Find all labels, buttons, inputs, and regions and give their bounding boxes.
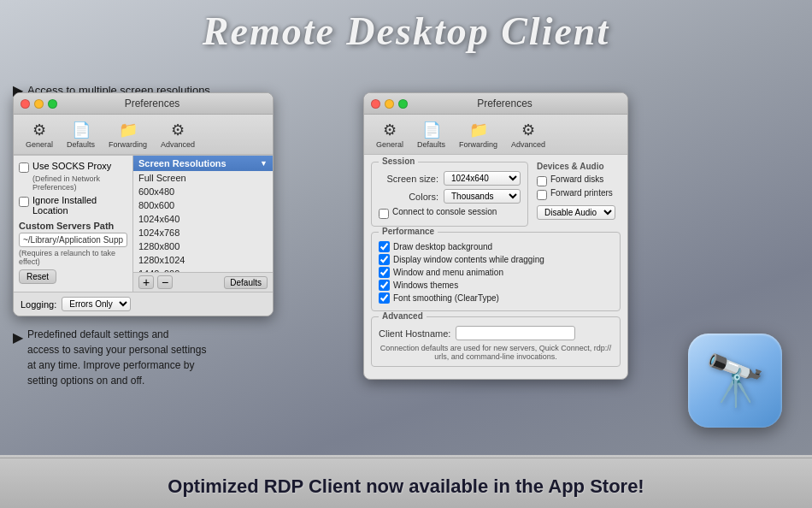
logging-row: Logging: Errors Only	[14, 292, 273, 316]
session-devices-row: Session Screen size: 1024x640 Colors: Th…	[371, 162, 621, 232]
resolution-list: Full Screen 600x480 800x600 1024x640 102…	[133, 171, 273, 272]
session-box: Session Screen size: 1024x640 Colors: Th…	[371, 162, 528, 227]
res-1024x640[interactable]: 1024x640	[133, 212, 273, 226]
hostname-label: Client Hostname:	[379, 328, 450, 339]
forward-disks-checkbox[interactable]	[537, 176, 547, 186]
advanced-icon: ⚙	[168, 120, 188, 140]
perf-cb-3[interactable]	[379, 280, 390, 291]
forward-disks-label: Forward disks	[550, 174, 603, 184]
left-window: Preferences ⚙ General 📄 Defaults 📁 Forwa…	[13, 92, 274, 316]
right-toolbar-general[interactable]: ⚙ General	[371, 118, 409, 151]
res-fullscreen[interactable]: Full Screen	[133, 171, 273, 185]
forward-printers-checkbox[interactable]	[537, 190, 547, 200]
ignore-location-label: Ignore Installed Location	[32, 195, 127, 216]
resolution-footer: + − Defaults	[133, 272, 273, 292]
devices-label: Devices & Audio	[537, 162, 631, 171]
screen-size-row: Screen size: 1024x640	[379, 171, 521, 186]
feature2-bullet-line: ▶ Predefined default settings and access…	[13, 327, 206, 388]
right-advanced-icon: ⚙	[518, 120, 538, 140]
console-checkbox[interactable]	[379, 209, 389, 219]
perf-label-0: Draw desktop background	[393, 242, 492, 251]
session-label: Session	[379, 157, 418, 166]
right-general-icon: ⚙	[380, 120, 400, 140]
perf-item-1: Display window contents while dragging	[379, 254, 613, 265]
advanced-label: Advanced	[379, 311, 427, 321]
screen-size-select[interactable]: 1024x640	[444, 171, 521, 186]
left-titlebar: Preferences	[14, 93, 273, 115]
ignore-location-row: Ignore Installed Location	[19, 195, 127, 216]
defaults-icon: 📄	[71, 120, 91, 140]
session-content: Screen size: 1024x640 Colors: Thousands	[372, 162, 527, 226]
socks-proxy-checkbox[interactable]	[19, 162, 29, 173]
socks-proxy-row: Use SOCKS Proxy	[19, 161, 127, 173]
right-close-btn[interactable]	[371, 99, 380, 109]
perf-item-4: Font smoothing (ClearType)	[379, 292, 613, 304]
perf-label-1: Display window contents while dragging	[393, 255, 544, 264]
hostname-input[interactable]	[456, 326, 575, 340]
ignore-location-checkbox[interactable]	[19, 197, 29, 207]
logging-label: Logging:	[21, 299, 56, 310]
perf-label-4: Font smoothing (ClearType)	[393, 293, 499, 303]
bottom-main-text: Optimized RDP Client now available in th…	[0, 476, 812, 498]
perf-item-3: Windows themes	[379, 280, 613, 291]
reset-button[interactable]: Reset	[19, 269, 56, 284]
logging-select[interactable]: Errors Only	[62, 297, 131, 311]
res-1280x800[interactable]: 1280x800	[133, 239, 273, 253]
bullet2-icon: ▶	[13, 328, 23, 348]
left-pane: Use SOCKS Proxy (Defined in Network Pref…	[14, 156, 133, 292]
left-window-title: Preferences	[62, 97, 243, 109]
perf-item-2: Window and menu animation	[379, 267, 613, 278]
forward-printers-row: Forward printers	[537, 188, 631, 200]
separator-line	[0, 458, 812, 458]
resolution-sort-icon: ▼	[260, 159, 268, 168]
defaults-resolution-btn[interactable]: Defaults	[224, 276, 268, 289]
console-label: Connect to console session	[392, 207, 497, 216]
right-defaults-icon: 📄	[421, 120, 442, 140]
right-toolbar-defaults[interactable]: 📄 Defaults	[412, 118, 450, 151]
forwarding-icon: 📁	[118, 120, 138, 140]
custom-servers-label: Custom Servers Path	[19, 221, 127, 231]
perf-cb-4[interactable]	[379, 292, 390, 304]
session-section: Session Screen size: 1024x640 Colors: Th…	[371, 162, 528, 232]
left-close-btn[interactable]	[21, 99, 30, 109]
performance-label: Performance	[379, 227, 438, 236]
left-toolbar: ⚙ General 📄 Defaults 📁 Forwarding ⚙ Adva…	[14, 115, 273, 155]
forward-disks-row: Forward disks	[537, 174, 631, 186]
res-600x480[interactable]: 600x480	[133, 185, 273, 198]
perf-cb-1[interactable]	[379, 254, 390, 265]
res-1280x1024[interactable]: 1280x1024	[133, 253, 273, 267]
hostname-row: Client Hostname:	[379, 326, 613, 340]
add-resolution-btn[interactable]: +	[138, 275, 154, 289]
remove-resolution-btn[interactable]: −	[157, 275, 173, 289]
feature2-text: Predefined default settings and access t…	[27, 327, 206, 388]
right-content: Session Screen size: 1024x640 Colors: Th…	[364, 155, 627, 379]
connection-note: Connection defaults are used for new ser…	[379, 344, 613, 361]
devices-section: Devices & Audio Forward disks Forward pr…	[537, 162, 631, 232]
res-1024x768[interactable]: 1024x768	[133, 226, 273, 239]
left-toolbar-defaults[interactable]: 📄 Defaults	[62, 118, 100, 151]
right-maximize-btn[interactable]	[398, 99, 408, 109]
custom-servers-path[interactable]	[19, 233, 127, 247]
perf-cb-2[interactable]	[379, 267, 390, 278]
audio-select[interactable]: Disable Audio	[537, 205, 615, 220]
left-toolbar-general[interactable]: ⚙ General	[21, 118, 58, 151]
left-two-pane: Use SOCKS Proxy (Defined in Network Pref…	[14, 155, 273, 292]
colors-row: Colors: Thousands	[379, 189, 521, 204]
perf-cb-0[interactable]	[379, 241, 390, 252]
left-toolbar-advanced[interactable]: ⚙ Advanced	[156, 118, 200, 151]
reset-btn-row: Reset	[19, 269, 127, 284]
advanced-section: Advanced Client Hostname: Connection def…	[371, 316, 621, 367]
right-toolbar-advanced[interactable]: ⚙ Advanced	[506, 118, 550, 151]
colors-select[interactable]: Thousands	[444, 189, 521, 204]
res-800x600[interactable]: 800x600	[133, 198, 273, 212]
resolution-header: Screen Resolutions ▼	[133, 156, 273, 171]
icon-outer: 🔭	[688, 334, 782, 428]
performance-content: Draw desktop background Display window c…	[372, 233, 620, 310]
right-minimize-btn[interactable]	[385, 99, 394, 109]
left-toolbar-forwarding[interactable]: 📁 Forwarding	[103, 118, 152, 151]
left-maximize-btn[interactable]	[48, 99, 57, 109]
perf-label-3: Windows themes	[393, 281, 458, 290]
right-toolbar-forwarding[interactable]: 📁 Forwarding	[454, 118, 503, 151]
binoculars-icon: 🔭	[704, 351, 766, 410]
left-minimize-btn[interactable]	[34, 99, 44, 109]
